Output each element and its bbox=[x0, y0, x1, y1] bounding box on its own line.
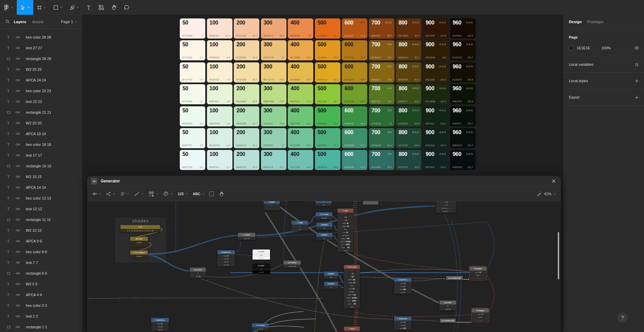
node-number-24[interactable]: number24 bbox=[316, 233, 332, 240]
color-swatch-card[interactable]: 300#BBDD8824.3 bbox=[261, 84, 286, 104]
plus-icon[interactable] bbox=[634, 78, 639, 84]
layer-row[interactable]: T◦G•W2 10 10 bbox=[0, 225, 82, 236]
section-local-styles[interactable]: Local styles bbox=[569, 79, 588, 83]
color-swatch-card[interactable]: 800AAA#59440D91.3 bbox=[396, 62, 421, 82]
color-swatch-card[interactable]: 50#EDF7F23.5 bbox=[180, 128, 205, 148]
layer-row[interactable]: ◦G•rectangle 21 21 bbox=[0, 107, 82, 118]
node-combine-2[interactable]: (≡ combine [2] bbox=[440, 319, 456, 323]
color-menu-button[interactable] bbox=[163, 191, 173, 197]
color-swatch-card[interactable]: 50#FCF5E83.2 bbox=[180, 40, 205, 60]
generator-menu-button[interactable]: ◦G• bbox=[92, 192, 101, 196]
color-swatch-card[interactable]: 800AAA#1D492293.9 bbox=[396, 106, 421, 126]
node-hex-color-node[interactable]: T hex color?X0Y101width100height12Inters… bbox=[344, 265, 360, 308]
node-math-1[interactable]: ƒ math?– bbox=[264, 201, 280, 210]
color-swatch-card[interactable]: 100#F9EAD28.9 bbox=[207, 40, 232, 60]
layer-row[interactable]: T◦G•hex color 28 28 bbox=[0, 32, 82, 43]
color-swatch-card[interactable]: 700AA#2F6A4D81.4 bbox=[369, 128, 394, 148]
color-swatch-card[interactable]: 400#E7A84B39.4 bbox=[288, 40, 313, 60]
color-swatch-card[interactable]: 500#8EC63939.7 bbox=[315, 84, 340, 104]
node-graph-canvas[interactable]: shades text0, 10, 20, 30, 40, 50, 60, 70… bbox=[87, 201, 561, 332]
color-swatch-card[interactable]: 500#4DB2A049.9 bbox=[315, 150, 340, 170]
color-swatch-card[interactable]: 600#B2881A59.7 bbox=[342, 62, 367, 82]
node-to-text-1[interactable]: "x" to textdecimal bbox=[316, 212, 332, 219]
color-swatch-card[interactable]: 800AAA#5A3C0C93.2 bbox=[396, 40, 421, 60]
layer-row[interactable]: T◦G•W2 20 20 bbox=[0, 118, 82, 128]
pan-button[interactable] bbox=[219, 191, 224, 197]
color-swatch-card[interactable]: 50#FCF7E92.3 bbox=[180, 62, 205, 82]
sliders-icon[interactable] bbox=[634, 62, 639, 67]
layer-row[interactable]: T◦G•text 2 2 bbox=[0, 311, 82, 322]
color-swatch-card[interactable]: 800AAA#1F474093.8 bbox=[396, 150, 421, 170]
node-apca-node[interactable]: T apca? bbox=[344, 327, 360, 332]
color-swatch-card[interactable]: 900AAA#10231A103.3 bbox=[423, 128, 448, 148]
node-sequence-4[interactable]: ⟋ sequence…[start0mult1add1 bbox=[151, 318, 169, 331]
tab-layers[interactable]: Layers bbox=[14, 20, 26, 24]
layer-row[interactable]: T◦G•W2 25 25 bbox=[0, 64, 82, 75]
color-swatch-card[interactable]: 960AAA#0B1005105.6 bbox=[450, 84, 476, 104]
close-icon[interactable] bbox=[551, 178, 557, 184]
node-text-node[interactable]: T text?X0Y0width60height24Intersize24Sem… bbox=[337, 209, 354, 252]
node-number-60[interactable]: number60 bbox=[316, 223, 332, 230]
color-swatch-card[interactable]: 900AAA#0F2420103.2 bbox=[423, 150, 448, 170]
color-swatch-card[interactable]: 500#4EB18051.3 bbox=[315, 128, 340, 148]
layer-row[interactable]: T◦G•hex color 13 13 bbox=[0, 193, 82, 204]
comment-tool-button[interactable] bbox=[120, 0, 133, 15]
layer-row[interactable]: T◦G•APCA 24 24 bbox=[0, 75, 82, 86]
color-swatch-card[interactable]: 100#F9EED27.3 bbox=[207, 62, 232, 82]
section-local-variables[interactable]: Local variables bbox=[569, 62, 593, 66]
node-number-12[interactable]: number12 bbox=[324, 282, 338, 289]
node-node-top[interactable] bbox=[363, 201, 378, 205]
letters-menu-button[interactable]: ABC bbox=[193, 192, 205, 196]
move-tool-button[interactable] bbox=[17, 0, 33, 15]
color-swatch-card[interactable]: 400#E5BB4D33.7 bbox=[288, 62, 313, 82]
color-swatch-card[interactable]: 960AAA#120E03105.6 bbox=[450, 62, 476, 82]
node-color-black[interactable]: C colorHex000000 bbox=[253, 264, 270, 274]
node-to-number[interactable]: (✓) to numberdecimal bbox=[130, 251, 148, 258]
node-text-list[interactable]: text0, 10, 20, 30, 40, 50, 60, 70, 80, 9… bbox=[120, 225, 160, 232]
color-swatch-card[interactable]: 100#FAE1D112.4 bbox=[207, 18, 232, 39]
color-swatch-card[interactable]: 100#DCEFE69.5 bbox=[207, 128, 232, 148]
color-swatch-card[interactable]: 300#EDC07830 bbox=[261, 40, 286, 60]
color-swatch-card[interactable]: 700AA#2E6B6080.8 bbox=[369, 150, 394, 170]
layer-row[interactable]: ◦G•rectangle 1 1 bbox=[0, 322, 82, 332]
layer-row[interactable]: T◦G•W2 5 5 bbox=[0, 279, 82, 289]
color-swatch-card[interactable]: 600#B4781864.5 bbox=[342, 40, 367, 60]
node-count-2[interactable]: [:] count54start1 bbox=[439, 300, 456, 311]
color-swatch-card[interactable]: 700AA#55772275.7 bbox=[369, 84, 394, 104]
color-swatch-card[interactable]: 400#A5D16132.3 bbox=[288, 84, 313, 104]
layer-row[interactable]: T◦G•hex color 18 18 bbox=[0, 139, 82, 150]
layer-row[interactable]: T◦G•APCA 14 14 bbox=[0, 182, 82, 193]
node-math-2[interactable]: × mathx10 bbox=[291, 221, 308, 231]
color-swatch-card[interactable]: 800AAA#1F473394.2 bbox=[396, 128, 421, 148]
layer-row[interactable]: T◦G•APCA 9 9 bbox=[0, 236, 82, 246]
color-swatch-card[interactable]: 600AA#B7561572.8 bbox=[342, 18, 367, 39]
color-swatch-card[interactable]: 700AA#86661376.5 bbox=[369, 62, 394, 82]
plus-icon[interactable] bbox=[634, 95, 639, 100]
color-swatch-card[interactable]: 700AAA#89401085.3 bbox=[369, 18, 394, 39]
color-swatch-card[interactable]: 960AAA#060E0A105.7 bbox=[450, 128, 476, 148]
tab-design[interactable]: Design bbox=[569, 20, 582, 24]
color-swatch-card[interactable]: 900AAA#2D2206102.5 bbox=[423, 62, 448, 82]
nodes-menu-button[interactable] bbox=[106, 191, 115, 197]
page-color-swatch[interactable] bbox=[569, 46, 573, 50]
chevron-down-icon[interactable] bbox=[553, 192, 556, 195]
color-swatch-card[interactable]: 500#DFAA2041.2 bbox=[315, 62, 340, 82]
node-frame-node[interactable]: frameX?Y?move sp…✓show ce… bbox=[436, 201, 456, 213]
color-swatch-card[interactable]: 300#94D1C631.1 bbox=[261, 150, 286, 170]
list-menu-button[interactable] bbox=[120, 191, 129, 197]
node-less[interactable]: <60 bbox=[316, 201, 332, 206]
color-swatch-card[interactable]: 400#71C19942.1 bbox=[288, 128, 313, 148]
node-split[interactable]: x|a split≡ values, bbox=[130, 237, 148, 247]
color-swatch-card[interactable]: 500#E1981E47.8 bbox=[315, 40, 340, 60]
node-if-else[interactable]: a+? if/elsecondition? bbox=[283, 261, 301, 268]
color-swatch-card[interactable]: 400#EA894B50 bbox=[288, 18, 313, 39]
color-swatch-card[interactable]: 400#71C1B340.9 bbox=[288, 150, 313, 170]
color-swatch-card[interactable]: 200#F3D5A519.9 bbox=[234, 40, 259, 60]
page-color-hex[interactable]: 1E1E1E bbox=[577, 46, 590, 50]
color-swatch-card[interactable]: 200#B8E0D920.5 bbox=[234, 150, 259, 170]
numbers-menu-button[interactable]: 123 bbox=[178, 192, 188, 196]
layer-row[interactable]: T◦G•hex color 8 8 bbox=[0, 246, 82, 257]
layer-row[interactable]: T◦G•text 27 27 bbox=[0, 43, 82, 53]
color-swatch-card[interactable]: 200#B6E2BB21.1 bbox=[234, 106, 259, 126]
plugin-scrollbar[interactable] bbox=[558, 232, 559, 279]
